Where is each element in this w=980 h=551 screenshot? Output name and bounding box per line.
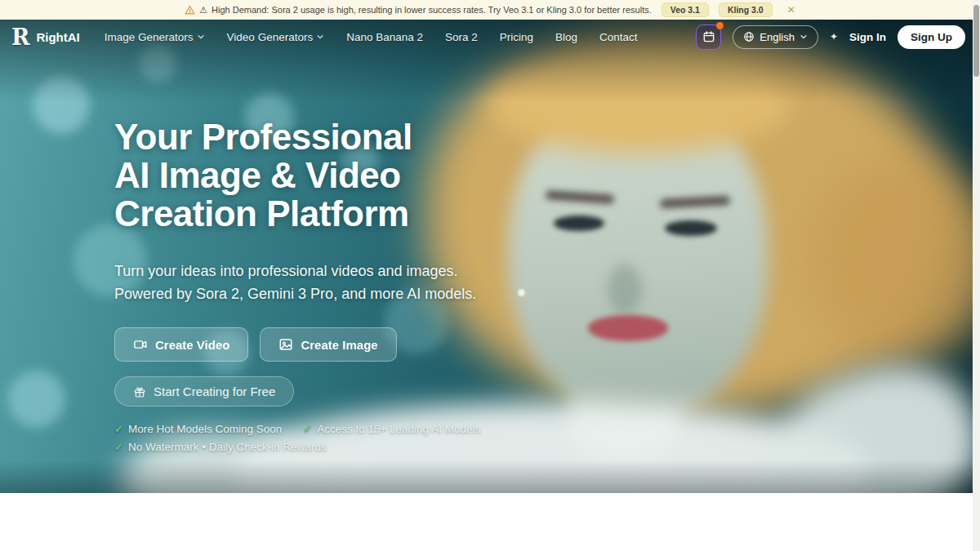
nav-item-label: Sora 2 [445,31,478,43]
language-selector[interactable]: English [733,25,818,49]
cta-row: Create Video Create Image [114,327,480,362]
notification-dot [716,22,724,29]
nav-item-image-generators[interactable]: Image Generators [105,31,205,43]
banner-message: High Demand: Sora 2 usage is high, resul… [212,5,652,15]
create-image-button[interactable]: Create Image [260,327,396,362]
veo-banner-button[interactable]: Veo 3.1 [662,2,709,17]
check-icon: ✓ [114,423,123,435]
create-image-label: Create Image [301,338,377,352]
feature-more-models: ✓ More Hot Models Coming Soon [114,423,282,435]
title-line-3: Creation Platform [114,194,480,233]
theme-toggle-icon[interactable]: ✦ [830,31,838,42]
nav-item-blog[interactable]: Blog [555,31,577,43]
chevron-down-icon [197,33,205,41]
kling-banner-button[interactable]: Kling 3.0 [719,2,773,17]
globe-icon [743,31,755,42]
nav-item-label: Nano Banana 2 [346,31,423,43]
nav-item-video-generators[interactable]: Video Generators [227,31,325,43]
brand-name: RightAI [36,30,79,44]
create-video-button[interactable]: Create Video [114,327,248,362]
chevron-down-icon [316,33,324,41]
subtitle-line-2: Powered by Sora 2, Gemini 3 Pro, and mor… [114,283,480,306]
sign-in-link[interactable]: Sign In [849,31,886,43]
subtitle-line-1: Turn your ideas into professional videos… [114,260,480,283]
nav-item-label: Contact [599,31,638,43]
feature-label: Access to 15+ Leading AI Models [317,423,480,435]
calendar-button[interactable] [696,24,721,50]
start-free-label: Start Creating for Free [154,384,275,398]
nav-right-group: English ✦ Sign In Sign Up [696,24,965,50]
hero-section: R RightAI Image Generators Video Generat… [0,20,980,493]
check-icon: ✓ [303,423,312,435]
hero-content: Your Professional AI Image & Video Creat… [114,118,480,459]
image-icon [278,337,293,352]
nav-item-label: Pricing [500,31,533,43]
nav-item-label: Video Generators [227,31,314,43]
nav-item-nano-banana-2[interactable]: Nano Banana 2 [346,31,423,43]
page-title: Your Professional AI Image & Video Creat… [114,118,480,233]
hero-subtitle: Turn your ideas into professional videos… [114,260,480,306]
language-label: English [760,31,795,43]
nav-item-label: Image Generators [105,31,194,43]
warning-glyph-icon: ⚠ [199,6,207,15]
nav-item-contact[interactable]: Contact [599,31,638,43]
title-line-1: Your Professional [114,118,480,156]
scrollbar-track[interactable] [973,0,980,551]
calendar-icon [702,30,715,43]
feature-label: No Watermark • Daily Check-in Rewards [128,441,327,453]
create-video-label: Create Video [155,338,229,352]
start-free-button[interactable]: Start Creating for Free [114,376,294,407]
feature-list: ✓ More Hot Models Coming Soon ✓ Access t… [114,423,480,453]
chevron-down-icon [800,33,808,41]
scrollbar-thumb[interactable] [973,5,979,77]
gift-icon [133,385,146,398]
page-body-empty [0,493,980,551]
feature-no-watermark: ✓ No Watermark • Daily Check-in Rewards [114,441,327,453]
feature-leading-models: ✓ Access to 15+ Leading AI Models [303,423,480,435]
check-icon: ✓ [114,441,123,453]
logo-r-icon: R [11,26,29,48]
warning-triangle-icon [185,5,195,16]
nav-links: Image Generators Video Generators Nano B… [105,31,638,43]
title-line-2: AI Image & Video [114,156,480,194]
video-camera-icon [133,337,148,352]
brand-logo[interactable]: R RightAI [11,26,80,48]
nav-item-label: Blog [555,31,577,43]
banner-close-icon[interactable]: ✕ [787,5,795,15]
nav-item-sora-2[interactable]: Sora 2 [445,31,478,43]
feature-label: More Hot Models Coming Soon [128,423,282,435]
nav-item-pricing[interactable]: Pricing [500,31,533,43]
sign-up-button[interactable]: Sign Up [898,25,965,49]
main-navbar: R RightAI Image Generators Video Generat… [0,20,980,54]
promo-banner: ⚠ High Demand: Sora 2 usage is high, res… [0,0,980,20]
